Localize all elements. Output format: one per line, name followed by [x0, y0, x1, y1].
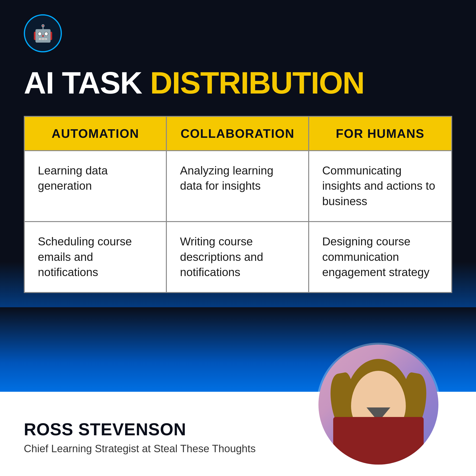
title-part2: DISTRIBUTION [150, 66, 364, 100]
table-body-row-2: Scheduling course emails and notificatio… [25, 221, 451, 292]
cell-row2-automation: Scheduling course emails and notificatio… [25, 222, 167, 292]
task-distribution-table: AUTOMATION COLLABORATION FOR HUMANS Lear… [24, 116, 452, 293]
title-section: AI TASK DISTRIBUTION [24, 67, 452, 99]
cell-row2-collaboration-text: Writing course descriptions and notifica… [180, 234, 295, 280]
cell-row2-automation-text: Scheduling course emails and notificatio… [38, 234, 153, 280]
title-part1: AI TASK [24, 66, 150, 100]
table-header-row: AUTOMATION COLLABORATION FOR HUMANS [25, 117, 451, 150]
person-name: ROSS STEVENSON [24, 420, 255, 439]
avatar [319, 345, 438, 465]
logo-container: 🤖 [24, 14, 62, 52]
cell-row1-collaboration: Analyzing learning data for insights [167, 151, 309, 221]
table-body-row-1: Learning data generation Analyzing learn… [25, 150, 451, 221]
cell-row1-for-humans: Communicating insights and actions to bu… [309, 151, 451, 221]
header-for-humans: FOR HUMANS [309, 117, 451, 150]
cell-row2-collaboration: Writing course descriptions and notifica… [167, 222, 309, 292]
avatar-container [317, 343, 440, 466]
person-title: Chief Learning Strategist at Steal These… [24, 443, 255, 455]
cell-row1-automation-text: Learning data generation [38, 163, 153, 194]
cell-row2-for-humans-text: Designing course communication engagemen… [322, 234, 438, 280]
cell-row1-automation: Learning data generation [25, 151, 167, 221]
person-silhouette [319, 345, 438, 465]
header-for-humans-label: FOR HUMANS [336, 127, 424, 140]
cell-row1-collaboration-text: Analyzing learning data for insights [180, 163, 295, 194]
header-collaboration-label: COLLABORATION [181, 127, 295, 140]
logo-icon: 🤖 [33, 25, 53, 42]
bottom-section: ROSS STEVENSON Chief Learning Strategist… [0, 307, 476, 476]
header-collaboration: COLLABORATION [167, 117, 309, 150]
table-spacer [0, 293, 476, 307]
main-container: 🤖 AI TASK DISTRIBUTION AUTOMATION COLLAB… [0, 0, 476, 476]
header-automation-label: AUTOMATION [52, 127, 139, 140]
header-automation: AUTOMATION [25, 117, 167, 150]
body-shirt [333, 417, 424, 465]
cell-row2-for-humans: Designing course communication engagemen… [309, 222, 451, 292]
cell-row1-for-humans-text: Communicating insights and actions to bu… [322, 163, 438, 209]
page-title: AI TASK DISTRIBUTION [24, 67, 452, 99]
person-info: ROSS STEVENSON Chief Learning Strategist… [24, 420, 255, 457]
top-section: 🤖 AI TASK DISTRIBUTION [0, 0, 476, 116]
